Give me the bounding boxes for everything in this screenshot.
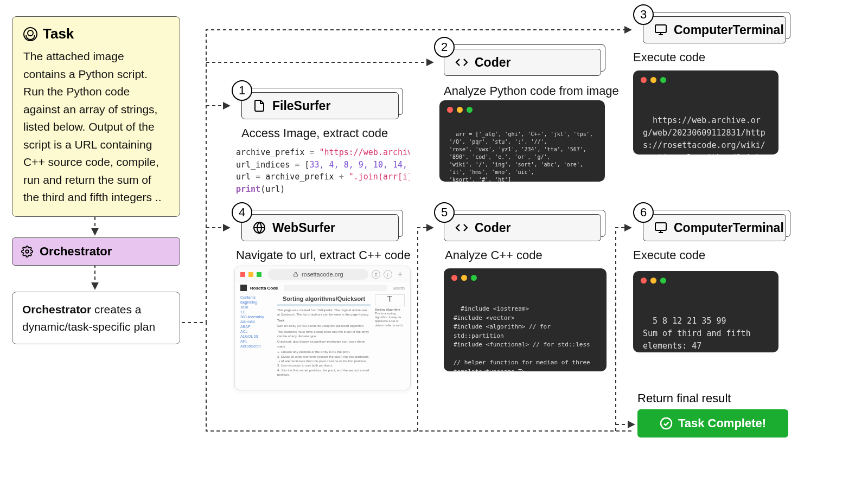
term3-content: https://web.archive.org/web/202306091128… (643, 115, 765, 155)
step4-badge: 4 (232, 202, 252, 223)
svg-point-13 (661, 418, 672, 429)
coder1-terminal: arr = ['_alg', 'ghi', 'C++', 'jkl', 'tps… (439, 100, 605, 182)
orchestrator-label: Orchestrator (40, 244, 112, 259)
svg-point-3 (25, 250, 29, 253)
step5-badge: 5 (434, 202, 455, 223)
step2-badge: 2 (434, 37, 455, 57)
gear-icon (21, 246, 33, 258)
step2-label: Coder (475, 55, 510, 70)
step6-badge: 6 (633, 202, 654, 223)
plan-box: Orchestrator creates a dynamic/task-spec… (12, 292, 180, 344)
step5-caption: Analyze C++ code (445, 248, 542, 262)
browser-page-title: Sorting algorithms/Quicksort (277, 295, 371, 302)
browser-glyph: T (375, 294, 405, 306)
step5-label: Coder (475, 221, 510, 235)
task-complete-label: Task Complete! (678, 416, 766, 430)
step6-caption: Execute code (633, 248, 705, 262)
monitor-icon (654, 221, 667, 234)
step2-caption: Analyze Python code from image (444, 84, 619, 98)
coder2-terminal: #include <iostream> #include <vector> #i… (444, 268, 607, 371)
file-icon (253, 99, 266, 112)
terminal2-output: 5 8 12 21 35 99 Sum of third and fifth e… (633, 271, 778, 352)
code-icon (455, 221, 468, 234)
filesurfer-snippet: archive_prefix = "https://web.archive.or… (236, 146, 410, 195)
task-complete-badge: Task Complete! (637, 409, 788, 437)
new-tab-icon: + (395, 269, 405, 279)
svg-rect-9 (294, 274, 298, 276)
task-body: The attached image contains a Python scr… (23, 48, 169, 207)
download-icon: ↓ (384, 270, 392, 279)
step1-label: FileSurfer (272, 99, 330, 113)
user-icon (23, 27, 37, 41)
term2-content: arr = ['_alg', 'ghi', 'C++', 'jkl', 'tps… (449, 131, 605, 182)
plan-bold: Orchestrator (22, 303, 91, 316)
step4-label: WebSurfer (272, 221, 335, 235)
step3-label: ComputerTerminal (674, 23, 784, 37)
globe-icon (253, 221, 266, 234)
orchestrator-box: Orchestrator (12, 237, 180, 266)
monitor-icon (654, 23, 667, 36)
step3-badge: 3 (633, 4, 654, 25)
task-box: Task The attached image contains a Pytho… (12, 16, 180, 217)
step6-label: ComputerTerminal (674, 221, 784, 235)
svg-rect-4 (655, 25, 666, 33)
code-icon (455, 56, 468, 69)
browser-mock: rosettacode.org ⇧ ↓ + Rosetta Code Searc… (234, 266, 411, 390)
return-caption: Return final result (637, 391, 731, 406)
browser-address-bar: rosettacode.org (268, 269, 368, 280)
svg-rect-10 (655, 223, 666, 230)
term5-content: #include <iostream> #include <vector> #i… (454, 305, 590, 371)
step1-badge: 1 (232, 80, 252, 101)
term6-content: 5 8 12 21 35 99 Sum of third and fifth e… (643, 316, 756, 351)
step3-caption: Execute code (633, 50, 705, 65)
step1-caption: Access Image, extract code (241, 126, 388, 140)
step4-caption: Navigate to url, extract C++ code (236, 248, 411, 262)
lock-icon (293, 272, 298, 277)
share-icon: ⇧ (372, 270, 380, 279)
task-title: Task (43, 25, 74, 42)
browser-host: rosettacode.org (302, 271, 343, 278)
check-circle-icon (660, 417, 673, 430)
terminal1-output: https://web.archive.org/web/202306091128… (633, 70, 778, 155)
